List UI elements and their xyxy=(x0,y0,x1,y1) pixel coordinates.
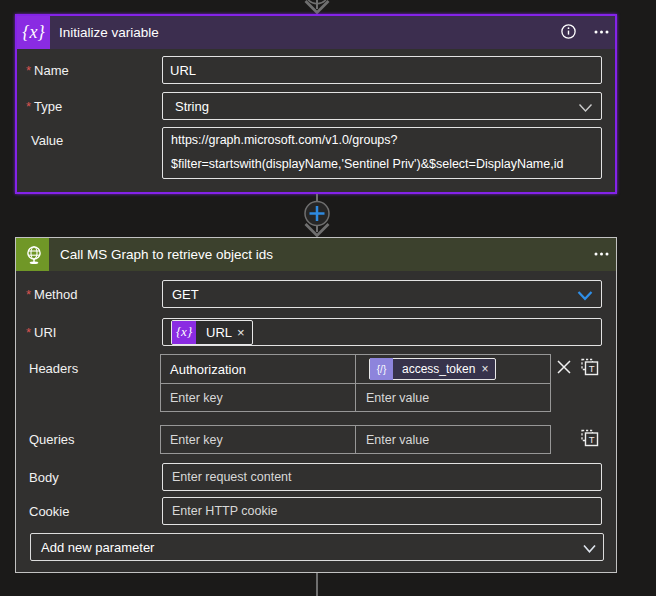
svg-text:T: T xyxy=(589,434,595,445)
svg-text:T: T xyxy=(589,363,595,374)
